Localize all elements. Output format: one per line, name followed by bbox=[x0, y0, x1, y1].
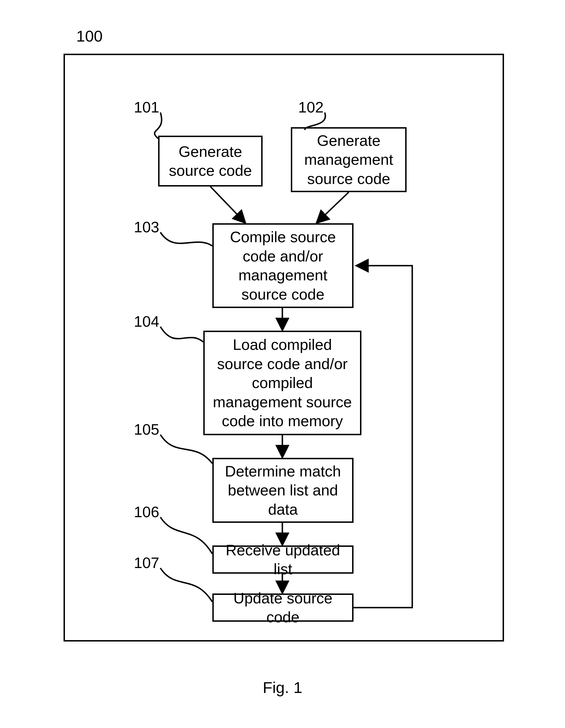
ref-107: 107 bbox=[134, 554, 159, 571]
ref-104: 104 bbox=[134, 313, 159, 330]
step-103-compile-source-code: Compile source code and/or management so… bbox=[212, 223, 353, 308]
figure-number: 100 bbox=[76, 27, 103, 45]
step-106-receive-updated-list: Receive updated list bbox=[212, 545, 353, 574]
step-101-generate-source-code: Generate source code bbox=[158, 136, 263, 187]
ref-101: 101 bbox=[134, 98, 159, 116]
step-text: Receive updated list bbox=[221, 541, 345, 579]
step-text: Determine match between list and data bbox=[221, 462, 345, 519]
step-text: Load compiled source code and/or compile… bbox=[212, 335, 353, 431]
step-105-determine-match: Determine match between list and data bbox=[212, 458, 353, 523]
step-text: Generate management source code bbox=[299, 131, 398, 189]
step-107-update-source-code: Update source code bbox=[212, 593, 353, 622]
ref-105: 105 bbox=[134, 421, 159, 438]
ref-102: 102 bbox=[298, 98, 323, 116]
step-104-load-compiled-code: Load compiled source code and/or compile… bbox=[203, 331, 361, 435]
step-102-generate-management-source-code: Generate management source code bbox=[291, 127, 407, 192]
ref-103: 103 bbox=[134, 218, 159, 236]
step-text: Update source code bbox=[221, 589, 345, 627]
figure-caption: Fig. 1 bbox=[263, 678, 302, 697]
step-text: Generate source code bbox=[166, 142, 255, 180]
step-text: Compile source code and/or management so… bbox=[221, 227, 345, 304]
ref-106: 106 bbox=[134, 503, 159, 521]
